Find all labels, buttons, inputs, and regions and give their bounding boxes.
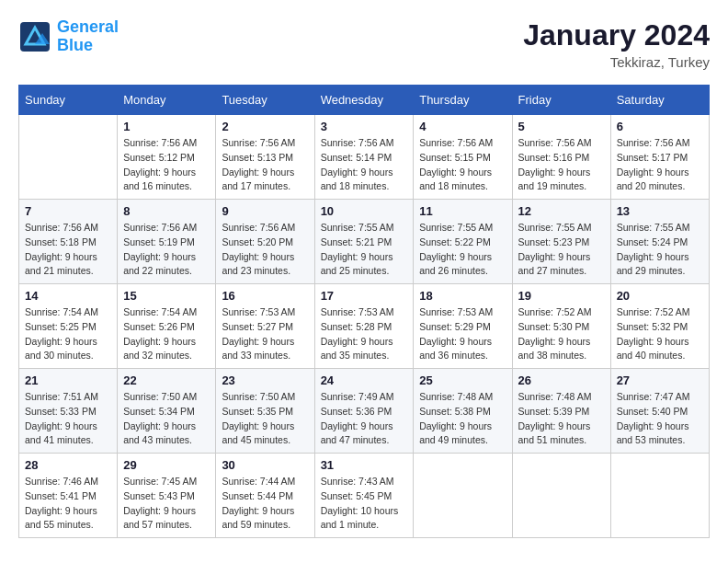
col-header-monday: Monday [118,86,216,115]
day-cell: 15Sunrise: 7:54 AMSunset: 5:26 PMDayligh… [118,284,216,369]
day-cell: 30Sunrise: 7:44 AMSunset: 5:44 PMDayligh… [216,454,314,538]
day-number: 17 [321,289,408,303]
day-number: 16 [222,289,308,303]
day-number: 24 [321,373,408,387]
day-info: Sunrise: 7:46 AMSunset: 5:41 PMDaylight:… [25,475,111,533]
day-info: Sunrise: 7:43 AMSunset: 5:45 PMDaylight:… [321,475,408,533]
logo-text: General Blue [57,18,119,55]
day-number: 26 [518,373,605,387]
day-info: Sunrise: 7:56 AMSunset: 5:12 PMDaylight:… [123,136,210,194]
day-info: Sunrise: 7:44 AMSunset: 5:44 PMDaylight:… [222,475,308,533]
day-number: 14 [25,289,111,303]
day-cell: 7Sunrise: 7:56 AMSunset: 5:18 PMDaylight… [19,200,118,284]
day-info: Sunrise: 7:54 AMSunset: 5:26 PMDaylight:… [123,305,210,363]
location: Tekkiraz, Turkey [523,54,710,70]
day-cell [512,454,610,538]
day-info: Sunrise: 7:56 AMSunset: 5:16 PMDaylight:… [518,136,605,194]
day-info: Sunrise: 7:56 AMSunset: 5:18 PMDaylight:… [25,221,111,279]
day-cell: 29Sunrise: 7:45 AMSunset: 5:43 PMDayligh… [118,454,216,538]
day-cell: 22Sunrise: 7:50 AMSunset: 5:34 PMDayligh… [118,369,216,454]
day-cell: 8Sunrise: 7:56 AMSunset: 5:19 PMDaylight… [118,200,216,284]
day-cell: 31Sunrise: 7:43 AMSunset: 5:45 PMDayligh… [314,454,414,538]
col-header-tuesday: Tuesday [216,86,314,115]
day-info: Sunrise: 7:56 AMSunset: 5:19 PMDaylight:… [123,221,210,279]
day-info: Sunrise: 7:51 AMSunset: 5:33 PMDaylight:… [25,390,111,448]
day-number: 11 [419,204,506,218]
col-header-wednesday: Wednesday [314,86,414,115]
day-number: 19 [518,289,605,303]
day-info: Sunrise: 7:49 AMSunset: 5:36 PMDaylight:… [321,390,408,448]
day-info: Sunrise: 7:47 AMSunset: 5:40 PMDaylight:… [617,390,703,448]
day-info: Sunrise: 7:56 AMSunset: 5:20 PMDaylight:… [222,221,308,279]
day-number: 29 [123,458,210,472]
day-cell: 16Sunrise: 7:53 AMSunset: 5:27 PMDayligh… [216,284,314,369]
day-cell: 6Sunrise: 7:56 AMSunset: 5:17 PMDaylight… [610,115,709,200]
day-cell: 3Sunrise: 7:56 AMSunset: 5:14 PMDaylight… [314,115,414,200]
calendar-table: SundayMondayTuesdayWednesdayThursdayFrid… [18,85,710,538]
day-cell: 28Sunrise: 7:46 AMSunset: 5:41 PMDayligh… [19,454,118,538]
day-number: 22 [123,373,210,387]
day-number: 28 [25,458,111,472]
calendar-header-row: SundayMondayTuesdayWednesdayThursdayFrid… [19,86,710,115]
day-number: 8 [123,204,210,218]
day-cell: 26Sunrise: 7:48 AMSunset: 5:39 PMDayligh… [512,369,610,454]
day-number: 15 [123,289,210,303]
day-info: Sunrise: 7:53 AMSunset: 5:28 PMDaylight:… [321,305,408,363]
day-cell: 19Sunrise: 7:52 AMSunset: 5:30 PMDayligh… [512,284,610,369]
day-number: 23 [222,373,308,387]
day-cell [19,115,118,200]
day-info: Sunrise: 7:50 AMSunset: 5:35 PMDaylight:… [222,390,308,448]
logo-icon [18,20,51,53]
day-info: Sunrise: 7:52 AMSunset: 5:30 PMDaylight:… [518,305,605,363]
day-number: 5 [518,120,605,133]
day-number: 25 [419,373,506,387]
day-number: 9 [222,204,308,218]
day-number: 27 [617,373,703,387]
day-number: 20 [617,289,703,303]
month-year: January 2024 [523,18,710,52]
day-info: Sunrise: 7:55 AMSunset: 5:21 PMDaylight:… [321,221,408,279]
week-row-3: 14Sunrise: 7:54 AMSunset: 5:25 PMDayligh… [19,284,710,369]
col-header-sunday: Sunday [19,86,118,115]
day-number: 1 [123,120,210,133]
col-header-saturday: Saturday [610,86,709,115]
col-header-friday: Friday [512,86,610,115]
day-cell: 14Sunrise: 7:54 AMSunset: 5:25 PMDayligh… [19,284,118,369]
day-info: Sunrise: 7:56 AMSunset: 5:14 PMDaylight:… [321,136,408,194]
day-cell: 20Sunrise: 7:52 AMSunset: 5:32 PMDayligh… [610,284,709,369]
day-cell: 11Sunrise: 7:55 AMSunset: 5:22 PMDayligh… [414,200,512,284]
day-number: 2 [222,120,308,133]
day-cell: 18Sunrise: 7:53 AMSunset: 5:29 PMDayligh… [414,284,512,369]
day-info: Sunrise: 7:52 AMSunset: 5:32 PMDaylight:… [617,305,703,363]
day-number: 3 [321,120,408,133]
day-cell [414,454,512,538]
day-number: 7 [25,204,111,218]
day-cell: 27Sunrise: 7:47 AMSunset: 5:40 PMDayligh… [610,369,709,454]
day-cell: 24Sunrise: 7:49 AMSunset: 5:36 PMDayligh… [314,369,414,454]
day-number: 12 [518,204,605,218]
day-cell: 5Sunrise: 7:56 AMSunset: 5:16 PMDaylight… [512,115,610,200]
day-cell: 25Sunrise: 7:48 AMSunset: 5:38 PMDayligh… [414,369,512,454]
day-cell: 4Sunrise: 7:56 AMSunset: 5:15 PMDaylight… [414,115,512,200]
day-cell: 1Sunrise: 7:56 AMSunset: 5:12 PMDaylight… [118,115,216,200]
day-info: Sunrise: 7:45 AMSunset: 5:43 PMDaylight:… [123,475,210,533]
day-number: 4 [419,120,506,133]
week-row-5: 28Sunrise: 7:46 AMSunset: 5:41 PMDayligh… [19,454,710,538]
week-row-2: 7Sunrise: 7:56 AMSunset: 5:18 PMDaylight… [19,200,710,284]
day-number: 10 [321,204,408,218]
day-info: Sunrise: 7:55 AMSunset: 5:24 PMDaylight:… [617,221,703,279]
day-cell: 21Sunrise: 7:51 AMSunset: 5:33 PMDayligh… [19,369,118,454]
page-header: General Blue January 2024 Tekkiraz, Turk… [18,18,710,70]
day-info: Sunrise: 7:50 AMSunset: 5:34 PMDaylight:… [123,390,210,448]
col-header-thursday: Thursday [414,86,512,115]
day-info: Sunrise: 7:55 AMSunset: 5:23 PMDaylight:… [518,221,605,279]
day-cell: 10Sunrise: 7:55 AMSunset: 5:21 PMDayligh… [314,200,414,284]
day-cell: 17Sunrise: 7:53 AMSunset: 5:28 PMDayligh… [314,284,414,369]
day-info: Sunrise: 7:53 AMSunset: 5:27 PMDaylight:… [222,305,308,363]
week-row-1: 1Sunrise: 7:56 AMSunset: 5:12 PMDaylight… [19,115,710,200]
day-info: Sunrise: 7:48 AMSunset: 5:38 PMDaylight:… [419,390,506,448]
title-block: January 2024 Tekkiraz, Turkey [523,18,710,70]
day-number: 18 [419,289,506,303]
logo: General Blue [18,18,119,55]
day-number: 21 [25,373,111,387]
